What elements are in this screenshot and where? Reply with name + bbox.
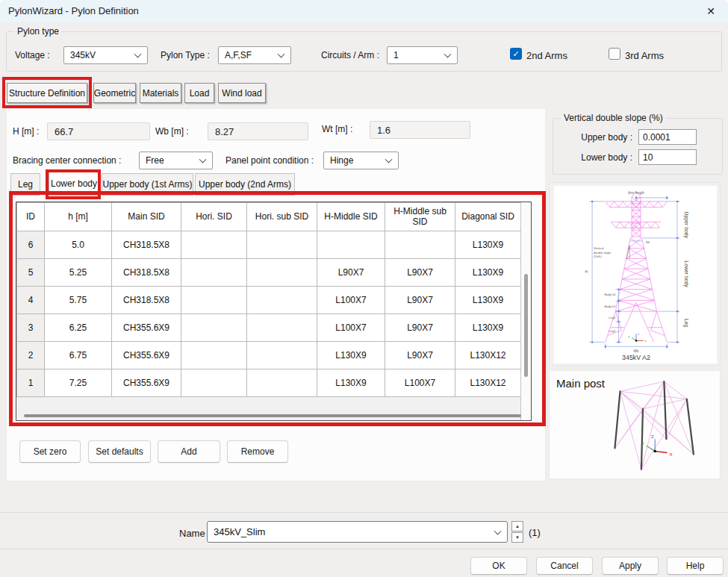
cell[interactable]: CH318.5X8 [112,259,181,287]
cell[interactable] [317,231,385,259]
cell[interactable]: L130X9 [317,369,385,397]
cell[interactable] [181,231,247,259]
col-header-id: ID [17,203,45,231]
cell[interactable]: L90X7 [385,342,455,369]
name-label: Name [179,528,205,539]
cell[interactable]: CH318.5X8 [112,287,181,314]
cell[interactable]: L130X9 [455,231,521,259]
axis-x-label: x [645,340,647,343]
cell[interactable]: 5.0 [45,231,112,259]
cell[interactable] [385,231,455,259]
main-post-drawing: Z Y X [570,372,720,478]
cell[interactable]: 6.25 [45,314,112,342]
cell[interactable] [247,259,317,287]
cell[interactable]: L100X7 [317,287,385,314]
wb-field[interactable]: 8.27 [208,122,308,140]
cell[interactable]: L90X7 [385,287,455,314]
body-h2-label: Body h2 [604,293,616,296]
cell[interactable]: 5.25 [45,259,112,287]
cell[interactable]: L90X7 [385,314,455,342]
cell[interactable]: L100X7 [317,314,385,342]
wind-load-button[interactable]: Wind load [218,83,266,103]
cancel-button[interactable]: Cancel [536,557,593,575]
structure-definition-button[interactable]: Structure Definition [7,83,87,103]
cell[interactable]: 6.75 [45,342,112,369]
tab-upper-body-2nd[interactable]: Upper body (2nd Arms) [195,173,295,196]
cell[interactable] [247,287,317,314]
add-button[interactable]: Add [158,440,220,463]
pylon-type-select[interactable]: A,F,SF [218,46,291,64]
materials-button[interactable]: Materials [140,83,181,103]
remove-button[interactable]: Remove [227,440,288,463]
load-button[interactable]: Load [184,83,214,103]
name-select[interactable]: 345kV_Slim [207,521,508,543]
geometric-button[interactable]: Geometric [93,83,136,103]
wt-field[interactable]: 1.6 [370,121,470,139]
arms2-checkbox[interactable]: ✓ [510,48,522,60]
horizontal-scrollbar[interactable] [24,414,521,417]
apply-button[interactable]: Apply [602,557,659,575]
spinner-down-button[interactable]: ▼ [511,532,523,543]
cell[interactable] [247,369,317,397]
cell[interactable] [181,259,247,287]
cell[interactable]: L130X9 [455,287,521,314]
cell[interactable]: 1 [17,369,45,397]
tab-upper-body-1st[interactable]: Upper body (1st Arms) [102,173,193,196]
cell[interactable]: 3 [17,314,45,342]
cell[interactable] [181,342,247,369]
table-row: 4 5.75 CH318.5X8 L100X7 L90X7 L130X9 [17,287,521,314]
cell[interactable] [247,231,317,259]
cell[interactable]: 7.25 [45,369,112,397]
h-field[interactable]: 66.7 [47,122,150,140]
pylon-wizard-dialog: PylonWizard - Pylon Definition ✕ Pylon t… [0,0,728,577]
cell[interactable]: 4 [17,287,45,314]
pylon-type-label: Pylon Type : [161,50,210,60]
cell[interactable]: L90X7 [317,259,385,287]
arms3-checkbox[interactable] [609,48,620,60]
vertical-scrollbar-thumb[interactable] [524,274,528,377]
circuits-select[interactable]: 1 [387,46,458,64]
cell[interactable]: L90X7 [385,259,455,287]
pylon-diagram: Arm length Upper body Lower body Leg H V… [554,186,717,364]
slope-note-line2: double slope [594,251,612,255]
cell[interactable]: L130X9 [317,342,385,369]
table-row: 1 7.25 CH355.6X9 L130X9 L100X7 L130X12 [17,369,521,397]
voltage-select[interactable]: 345kV [63,46,148,64]
cell[interactable] [181,287,247,314]
cell[interactable]: L130X12 [455,369,521,397]
cell[interactable]: L130X9 [455,314,521,342]
upper-body-field[interactable]: 0.0001 [638,129,697,145]
cell[interactable]: 5 [17,259,45,287]
cell[interactable]: 2 [17,342,45,369]
cell[interactable] [181,369,247,397]
chevron-down-icon [494,527,502,534]
cell[interactable]: L130X9 [455,259,521,287]
set-zero-button[interactable]: Set zero [19,440,81,463]
cell[interactable]: L100X7 [385,369,455,397]
ok-button[interactable]: OK [470,557,527,575]
bracing-select[interactable]: Free [139,152,213,169]
close-icon[interactable]: ✕ [694,0,728,22]
cell[interactable] [247,314,317,342]
cell[interactable]: 6 [17,231,45,259]
cell[interactable]: CH355.6X9 [112,342,181,369]
vertical-scrollbar[interactable] [520,202,531,420]
lower-body-field[interactable]: 10 [638,149,697,165]
cell[interactable]: CH318.5X8 [112,231,181,259]
spinner-up-button[interactable]: ▲ [511,521,523,531]
cell[interactable]: 5.75 [45,287,112,314]
tab-lower-body[interactable]: Lower body [49,172,99,196]
table-row: 5 5.25 CH318.5X8 L90X7 L90X7 L130X9 [17,259,521,287]
tab-leg[interactable]: Leg [10,173,40,196]
help-button[interactable]: Help [667,557,724,575]
cell[interactable]: L130X12 [455,342,521,369]
upper-body-dim-label: Upper body [683,212,689,239]
cell[interactable] [181,314,247,342]
arms2-label: 2nd Arms [526,50,567,61]
cell[interactable] [247,342,317,369]
panel-point-select[interactable]: Hinge [323,152,399,169]
cell[interactable]: CH355.6X9 [112,314,181,342]
set-defaults-button[interactable]: Set defaults [88,440,151,463]
cell[interactable]: CH355.6X9 [112,369,181,397]
pylon-type-value: A,F,SF [225,50,252,60]
